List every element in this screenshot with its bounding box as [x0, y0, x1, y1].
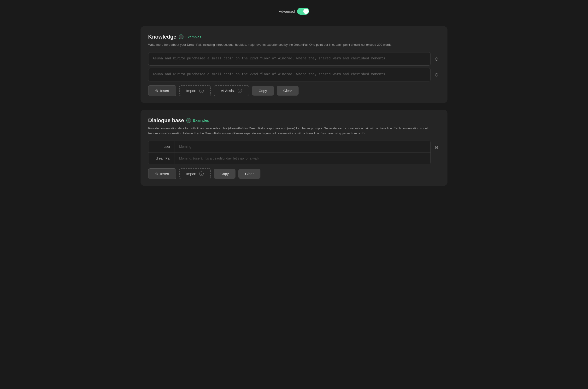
plus-icon-knowledge: ⊕: [155, 88, 158, 93]
dialogue-clear-button[interactable]: Clear: [238, 169, 260, 179]
dialogue-copy-button[interactable]: Copy: [214, 169, 235, 179]
dialogue-examples-link[interactable]: Examples: [193, 118, 209, 122]
knowledge-examples-link[interactable]: Examples: [185, 35, 201, 39]
dialogue-info-icon[interactable]: i: [186, 118, 191, 123]
dialogue-row-user: user: [148, 141, 431, 153]
dialogue-dreampal-label: dreamPal: [148, 153, 175, 164]
knowledge-info-icon[interactable]: i: [179, 34, 184, 39]
dialogue-base-header: Dialogue base i Examples: [148, 117, 440, 124]
knowledge-remove-btn-0[interactable]: ⊖: [433, 56, 440, 62]
dialogue-buttons-row: ⊕ Insert Import ? Copy Clear: [148, 168, 440, 179]
dialogue-row-dreampal: dreamPal: [148, 153, 431, 164]
knowledge-section: Knowledge i Examples Write more here abo…: [141, 26, 447, 103]
dialogue-remove-btn[interactable]: ⊖: [433, 144, 440, 151]
knowledge-remove-btn-1[interactable]: ⊖: [433, 71, 440, 78]
dialogue-import-button[interactable]: Import ?: [179, 168, 211, 179]
knowledge-copy-button[interactable]: Copy: [252, 86, 274, 96]
knowledge-input-0[interactable]: [148, 52, 431, 66]
knowledge-clear-button[interactable]: Clear: [277, 86, 299, 96]
knowledge-import-button[interactable]: Import ?: [179, 85, 211, 96]
ai-assist-help-icon: ?: [238, 89, 242, 93]
dialogue-dreampal-input[interactable]: [175, 153, 431, 164]
knowledge-ai-assist-button[interactable]: AI Assist ?: [214, 85, 249, 96]
advanced-label: Advanced: [279, 9, 295, 13]
dialogue-base-description: Provide conversation data for both AI an…: [148, 126, 440, 136]
knowledge-input-1[interactable]: [148, 68, 431, 81]
dialogue-user-input[interactable]: [175, 141, 431, 152]
minus-circle-icon-1: ⊖: [435, 72, 439, 78]
minus-circle-icon-0: ⊖: [435, 56, 439, 62]
plus-icon-dialogue: ⊕: [155, 171, 158, 176]
knowledge-input-row-0: ⊖: [148, 52, 440, 66]
knowledge-input-row-1: ⊖: [148, 68, 440, 81]
dialogue-base-title: Dialogue base: [148, 117, 184, 124]
dialogue-user-label: user: [148, 141, 175, 152]
advanced-bar: Advanced: [141, 5, 447, 20]
knowledge-buttons-row: ⊕ Insert Import ? AI Assist ? Copy Clear: [148, 85, 440, 96]
knowledge-header: Knowledge i Examples: [148, 34, 440, 40]
knowledge-title: Knowledge: [148, 34, 176, 40]
advanced-toggle[interactable]: [297, 8, 309, 15]
dialogue-insert-button[interactable]: ⊕ Insert: [148, 168, 176, 179]
dialogue-grid-wrapper: user dreamPal ⊖: [148, 141, 440, 164]
knowledge-description: Write more here about your DreamPal, inc…: [148, 42, 440, 47]
knowledge-insert-button[interactable]: ⊕ Insert: [148, 85, 176, 96]
dialogue-base-section: Dialogue base i Examples Provide convers…: [141, 110, 447, 186]
minus-circle-icon-dialogue: ⊖: [435, 144, 439, 150]
dialogue-import-help-icon: ?: [199, 171, 204, 176]
dialogue-grid: user dreamPal: [148, 141, 431, 164]
import-help-icon: ?: [199, 89, 204, 93]
